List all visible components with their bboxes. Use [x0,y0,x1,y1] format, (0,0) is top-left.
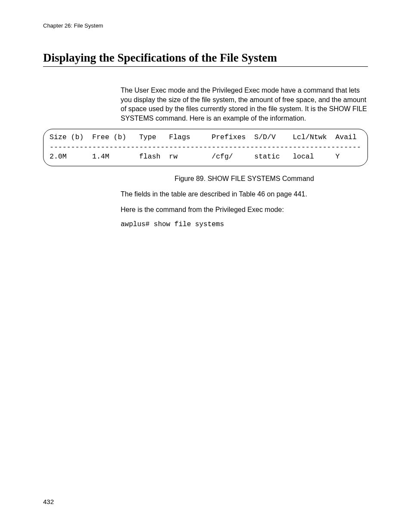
section-heading: Displaying the Specifications of the Fil… [43,51,368,65]
fields-note-paragraph: The fields in the table are described in… [121,190,368,199]
terminal-output-box: Size (b) Free (b) Type Flags Prefixes S/… [43,129,368,166]
terminal-line-separator: ----------------------------------------… [50,143,361,151]
command-line: awplus# show file systems [121,220,368,230]
terminal-line-data: 2.0M 1.4M flash rw /cfg/ static local Y [50,152,339,161]
figure-caption: Figure 89. SHOW FILE SYSTEMS Command [121,175,368,183]
page-number: 432 [43,498,54,505]
command-intro-paragraph: Here is the command from the Privileged … [121,205,368,215]
section-heading-block: Displaying the Specifications of the Fil… [43,51,368,67]
terminal-line-header: Size (b) Free (b) Type Flags Prefixes S/… [50,133,357,141]
intro-paragraph: The User Exec mode and the Privileged Ex… [121,86,368,123]
running-header: Chapter 26: File System [43,22,368,29]
terminal-figure: Size (b) Free (b) Type Flags Prefixes S/… [43,129,368,166]
heading-rule [43,66,368,67]
